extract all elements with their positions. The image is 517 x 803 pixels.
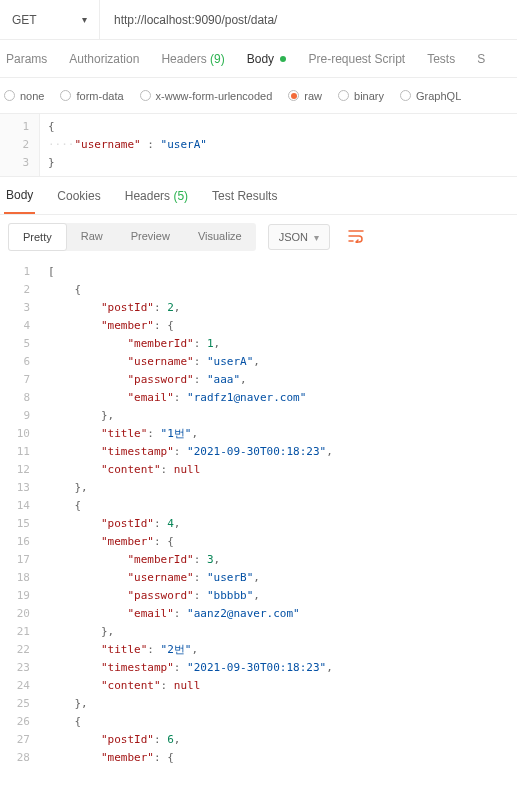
resp-tab-testresults[interactable]: Test Results	[210, 179, 279, 213]
tab-authorization[interactable]: Authorization	[67, 52, 141, 66]
resp-tab-cookies[interactable]: Cookies	[55, 179, 102, 213]
wrap-icon	[348, 229, 364, 243]
chevron-down-icon: ▾	[82, 14, 87, 25]
request-row: GET ▾	[0, 0, 517, 40]
radio-urlencoded[interactable]: x-www-form-urlencoded	[140, 90, 273, 102]
view-mode-tabs: Pretty Raw Preview Visualize	[8, 223, 256, 251]
tab-settings[interactable]: S	[475, 52, 487, 66]
radio-none[interactable]: none	[4, 90, 44, 102]
radio-graphql[interactable]: GraphQL	[400, 90, 461, 102]
response-toolbar: Pretty Raw Preview Visualize JSON ▾	[0, 215, 517, 259]
response-code[interactable]: [ { "postId": 2, "member": { "memberId":…	[40, 259, 517, 771]
wrap-lines-button[interactable]	[340, 223, 372, 252]
request-body-editor[interactable]: 123 { ····"username" : "userA" }	[0, 114, 517, 177]
modified-dot-icon	[280, 56, 286, 62]
chevron-down-icon: ▾	[314, 232, 319, 243]
tab-tests[interactable]: Tests	[425, 52, 457, 66]
radio-raw[interactable]: raw	[288, 90, 322, 102]
resp-tab-body[interactable]: Body	[4, 178, 35, 214]
resp-tab-headers[interactable]: Headers (5)	[123, 179, 190, 213]
tab-prerequest[interactable]: Pre-request Script	[306, 52, 407, 66]
format-select[interactable]: JSON ▾	[268, 224, 330, 250]
view-preview[interactable]: Preview	[117, 223, 184, 251]
method-select[interactable]: GET ▾	[0, 0, 100, 39]
radio-formdata[interactable]: form-data	[60, 90, 123, 102]
method-label: GET	[12, 13, 37, 27]
response-tabs: Body Cookies Headers (5) Test Results	[0, 177, 517, 215]
response-body-editor[interactable]: 1234567891011121314151617181920212223242…	[0, 259, 517, 771]
body-type-row: none form-data x-www-form-urlencoded raw…	[0, 78, 517, 114]
code-body[interactable]: { ····"username" : "userA" }	[40, 114, 517, 176]
radio-binary[interactable]: binary	[338, 90, 384, 102]
tab-headers[interactable]: Headers (9)	[159, 52, 226, 66]
view-visualize[interactable]: Visualize	[184, 223, 256, 251]
tab-params[interactable]: Params	[4, 52, 49, 66]
line-gutter: 123	[0, 114, 40, 176]
request-tabs: Params Authorization Headers (9) Body Pr…	[0, 40, 517, 78]
view-raw[interactable]: Raw	[67, 223, 117, 251]
view-pretty[interactable]: Pretty	[8, 223, 67, 251]
tab-body[interactable]: Body	[245, 52, 289, 66]
url-input[interactable]	[100, 0, 517, 39]
response-gutter: 1234567891011121314151617181920212223242…	[0, 259, 40, 771]
